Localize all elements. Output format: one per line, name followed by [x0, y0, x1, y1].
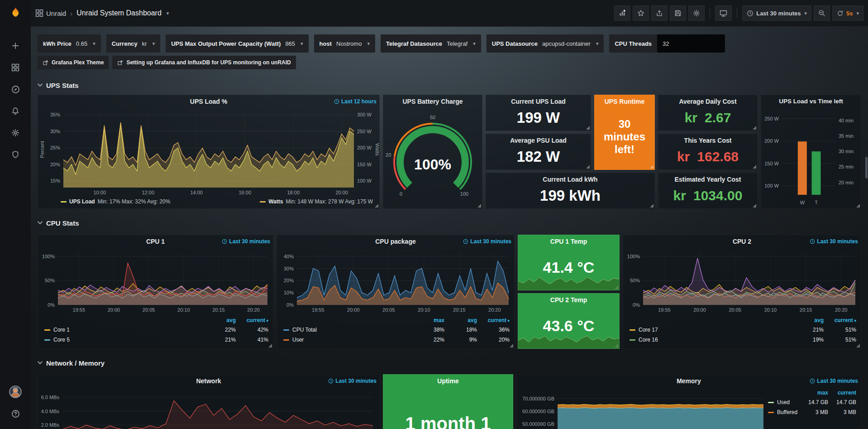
svg-text:20:00: 20:00 [693, 307, 706, 313]
chevron-down-icon[interactable]: ▾ [167, 10, 169, 16]
variable-currency[interactable]: Currencykr▾ [106, 34, 160, 53]
svg-text:70.000000 GB: 70.000000 GB [522, 396, 554, 401]
svg-text:35 min: 35 min [839, 133, 854, 139]
panel-average-psu-load: Average PSU Load 182 W [486, 134, 591, 170]
link-grafana-plex-theme[interactable]: Grafana Plex Theme [38, 56, 109, 69]
explore-compass-icon[interactable] [0, 78, 31, 100]
cpu-threads-input[interactable] [657, 34, 725, 53]
panel-title[interactable]: CPU 2 Temp [518, 296, 619, 304]
panel-title[interactable]: CPU 1 Temp [518, 238, 619, 245]
save-button[interactable] [670, 5, 686, 21]
panel-cpu1-temp: CPU 1 Temp 41.4 °C [518, 235, 620, 290]
dashboard-settings-button[interactable] [688, 5, 705, 21]
refresh-button[interactable]: 5s ▾ [832, 5, 863, 21]
cpu1-chart[interactable]: 0%50%100%19:5520:0020:0520:1020:1520:20 [38, 248, 273, 314]
add-icon[interactable] [0, 35, 31, 57]
section-cpu-stats[interactable]: CPU Stats [38, 217, 861, 229]
cpu-package-chart[interactable]: 0%10%20%30%40%19:5520:0020:0520:1020:152… [277, 248, 514, 314]
apps-grid-icon[interactable] [35, 9, 43, 17]
panel-title[interactable]: Current UPS Load [486, 98, 591, 105]
ups-load-chart[interactable]: 15%20%25%30%35%100 W150 W200 W250 W300 W… [38, 108, 379, 197]
memory-chart[interactable]: 50.000000 GB60.000000 GB70.000000 GB [517, 387, 768, 429]
svg-text:20:20: 20:20 [247, 307, 260, 313]
battery-gauge[interactable]: 02050100100% [383, 108, 482, 208]
breadcrumb-folder[interactable]: Unraid [46, 10, 66, 17]
grafana-logo-icon[interactable] [8, 6, 23, 22]
variable-ups-datasource[interactable]: UPS Datasourceapcupsd-container▾ [486, 34, 604, 53]
panel-title[interactable]: UPS Load vs Time left [761, 98, 861, 105]
stat-value: kr1034.00 [658, 186, 757, 208]
chevron-down-icon: ▾ [300, 41, 303, 47]
panel-title[interactable]: UPS Load % [38, 98, 379, 105]
help-icon[interactable] [0, 403, 31, 424]
panel-title[interactable]: Uptime [383, 377, 513, 385]
divider [737, 8, 737, 18]
cpu2-chart[interactable]: 0%50%100%19:5520:0020:0520:1020:1520:20 [623, 248, 861, 314]
alerting-bell-icon[interactable] [0, 100, 31, 122]
svg-text:35%: 35% [50, 112, 60, 117]
panel-time-badge[interactable]: Last 30 minutes [328, 378, 377, 384]
cpu-package-legend: maxavgcurrent CPU Total38%18%36% User22%… [277, 314, 514, 348]
variable-ups-max-output[interactable]: UPS Max Output Power Capacity (Watt)865▾ [166, 34, 308, 53]
panel-title[interactable]: UPS Runtime [595, 98, 654, 105]
variable-telegraf-datasource[interactable]: Telegraf DatasourceTelegraf▾ [381, 34, 481, 53]
dashboard-title[interactable]: Unraid System Dashboard [76, 9, 162, 17]
variable-host[interactable]: hostNostromo▾ [314, 34, 375, 53]
network-chart[interactable]: 2.0 MBs4.0 MBs6.0 MBs [38, 387, 379, 429]
external-link-icon [117, 60, 123, 66]
user-avatar[interactable] [0, 381, 31, 403]
panel-cpu2-temp: CPU 2 Temp 43.6 °C [518, 293, 620, 349]
time-range-picker[interactable]: Last 30 minutes ▾ [742, 5, 811, 21]
zoom-out-button[interactable] [814, 5, 830, 21]
section-ups-stats[interactable]: UPS Stats [38, 79, 861, 91]
stat-value: 199 W [486, 108, 591, 130]
legend-row: CPU Total38%18%36% [283, 325, 510, 335]
svg-text:30%: 30% [284, 266, 294, 271]
star-button[interactable] [633, 5, 649, 21]
panel-time-badge[interactable]: Last 30 minutes [810, 238, 858, 245]
panel-title[interactable]: Memory [517, 377, 861, 385]
link-ups-monitoring-guide[interactable]: Setting up Grafana and InfluxDB for UPS … [112, 56, 296, 69]
cpu-temp-column: CPU 1 Temp 41.4 °C CPU 2 Temp 43.6 °C [518, 235, 620, 349]
panel-title[interactable]: Average Daily Cost [658, 98, 757, 105]
legend-item-watts[interactable]: WattsMin: 148 W Max: 278 W Avg: 175 W [260, 198, 373, 205]
panel-title[interactable]: UPS Battery Charge [383, 98, 482, 105]
configuration-gear-icon[interactable] [0, 122, 31, 144]
panel-title[interactable]: This Years Cost [658, 137, 757, 144]
panel-time-badge[interactable]: Last 12 hours [334, 98, 377, 105]
variable-kwh-price[interactable]: kWh Price0.65▾ [38, 34, 101, 53]
share-button[interactable] [651, 5, 668, 21]
panel-title[interactable]: Current Load kWh [486, 176, 654, 183]
server-admin-shield-icon[interactable] [0, 144, 31, 165]
svg-text:20:10: 20:10 [177, 307, 190, 313]
dashboards-icon[interactable] [0, 57, 31, 78]
cycle-view-button[interactable] [715, 5, 732, 21]
ups-load-time-bar-chart[interactable]: 100 W150 W200 W250 W20 min25 min30 min35… [761, 108, 861, 208]
svg-text:20 min: 20 min [839, 180, 854, 185]
scrollbar-thumb[interactable] [865, 157, 868, 178]
panel-time-badge[interactable]: Last 30 minutes [463, 238, 511, 245]
chevron-down-icon: ▾ [473, 41, 476, 47]
panel-memory: Memory Last 30 minutes 50.000000 GB60.00… [516, 374, 861, 429]
svg-text:20:20: 20:20 [488, 307, 501, 313]
svg-text:14:00: 14:00 [190, 190, 203, 195]
add-panel-button[interactable] [614, 5, 630, 21]
panel-time-badge[interactable]: Last 30 minutes [222, 238, 270, 245]
stat-value: 1 month 1 [383, 414, 513, 429]
svg-text:15%: 15% [50, 178, 60, 183]
svg-text:50: 50 [430, 115, 435, 120]
panel-title[interactable]: Average PSU Load [486, 137, 591, 144]
panel-title[interactable]: Estimated Yearly Cost [658, 176, 757, 183]
breadcrumb-separator: › [70, 10, 72, 17]
stat-value: 199 kWh [486, 186, 654, 208]
svg-text:20:15: 20:15 [212, 307, 225, 313]
stat-value: 30 minutes left! [595, 108, 654, 169]
ups-stats-row: UPS Load % Last 12 hours 15%20%25%30%35%… [38, 95, 861, 209]
panel-time-badge[interactable]: Last 30 minutes [810, 378, 858, 384]
section-network-memory[interactable]: Network / Memory [38, 357, 861, 369]
cpu2-legend: avgcurrent Core 1721%51% Core 1619%51% [623, 314, 861, 348]
panel-uptime: Uptime 1 month 1 [383, 374, 513, 429]
svg-text:12:00: 12:00 [142, 190, 155, 195]
legend-item-ups-load[interactable]: UPS LoadMin: 17% Max: 32% Avg: 20% [61, 198, 170, 205]
svg-text:20%: 20% [284, 278, 294, 283]
